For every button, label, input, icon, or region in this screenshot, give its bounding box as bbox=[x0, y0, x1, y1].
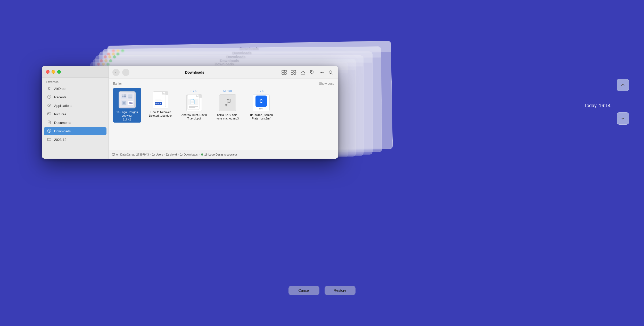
file-item-mp3[interactable]: 517 KB nokia-3210-sms-tone- bbox=[213, 88, 242, 122]
file-size-label-above-3mf: 517 KB bbox=[257, 90, 266, 92]
main-content: ‹ › Downloads bbox=[109, 66, 338, 159]
svg-text:📄: 📄 bbox=[190, 99, 195, 104]
sidebar-item-pictures[interactable]: Pictures bbox=[44, 110, 106, 118]
minimize-button[interactable] bbox=[52, 70, 55, 74]
section-header: Earlier Show Less bbox=[113, 82, 334, 85]
sidebar-item-downloads[interactable]: Downloads bbox=[44, 127, 106, 135]
folder-icon-small bbox=[180, 153, 183, 156]
sidebar-item-label-documents: Documents bbox=[54, 121, 71, 125]
breadcrumb-item-david[interactable]: david bbox=[166, 153, 177, 156]
svg-text:DOCX: DOCX bbox=[155, 102, 162, 105]
share-button[interactable] bbox=[299, 69, 307, 76]
breadcrumb-sep-3: › bbox=[178, 153, 179, 156]
sidebar-item-applications[interactable]: Applications bbox=[44, 102, 106, 110]
file-item-docx[interactable]: DOCX How to Recover Deleted,...les.docx bbox=[146, 88, 175, 119]
svg-point-17 bbox=[320, 72, 321, 73]
time-nav-up-button[interactable] bbox=[617, 79, 629, 91]
tag-button[interactable] bbox=[308, 69, 316, 76]
svg-rect-28 bbox=[122, 96, 124, 98]
sidebar-item-label-recents: Recents bbox=[54, 95, 67, 99]
file-name-3mf: TicTacToe_Bambu Plate_lock.3mf bbox=[249, 113, 274, 121]
svg-point-4 bbox=[48, 113, 49, 114]
svg-rect-12 bbox=[291, 70, 293, 72]
file-icon-small bbox=[201, 153, 203, 156]
search-button[interactable] bbox=[327, 69, 335, 76]
maximize-button[interactable] bbox=[57, 70, 61, 74]
folder-icon bbox=[47, 137, 52, 142]
svg-rect-10 bbox=[282, 73, 284, 74]
cancel-button[interactable]: Cancel bbox=[288, 286, 319, 295]
svg-point-2 bbox=[49, 105, 50, 106]
breadcrumb-item-downloads[interactable]: Downloads bbox=[180, 153, 197, 156]
toolbar: ‹ › Downloads bbox=[109, 66, 338, 79]
svg-point-33 bbox=[123, 102, 125, 104]
file-icon-3mf: C 3MF bbox=[252, 93, 270, 112]
file-icon-docx: DOCX bbox=[151, 91, 170, 109]
restore-button[interactable]: Restore bbox=[325, 286, 356, 295]
breadcrumb-sep-4: › bbox=[199, 153, 200, 156]
file-item-pdf[interactable]: 517 KB 📄 bbox=[180, 88, 208, 122]
view-options-button[interactable] bbox=[290, 69, 298, 76]
sidebar-item-2023-12[interactable]: 2023-12 bbox=[44, 136, 106, 144]
breadcrumb-item-root[interactable]: A - Data@snap-27397943 bbox=[112, 153, 149, 156]
svg-rect-26 bbox=[122, 95, 124, 96]
file-name-cdr: 16-Logo Designs copy.cdr bbox=[114, 110, 140, 118]
show-less-button[interactable]: Show Less bbox=[319, 82, 334, 85]
breadcrumb-label-david: david bbox=[170, 153, 177, 156]
folder-icon-small bbox=[166, 153, 169, 156]
file-size-label-above-pdf: 517 KB bbox=[190, 90, 199, 92]
computer-icon bbox=[112, 153, 115, 156]
files-grid: CDR 16-Logo Designs copy.cdr 517 KB bbox=[113, 88, 334, 123]
file-icon-mp3 bbox=[218, 93, 237, 112]
time-label: Today, 16:14 bbox=[584, 103, 610, 108]
toolbar-title: Downloads bbox=[111, 70, 278, 74]
svg-rect-15 bbox=[294, 73, 296, 74]
svg-rect-29 bbox=[124, 96, 126, 98]
file-size-label-above-mp3: 517 KB bbox=[224, 90, 232, 92]
sidebar-item-documents[interactable]: Documents bbox=[44, 119, 106, 127]
file-name-pdf: Andrew Hunt, David T...en.li.pdf bbox=[181, 113, 207, 121]
svg-rect-50 bbox=[112, 153, 115, 155]
sidebar-item-recents[interactable]: Recents bbox=[44, 93, 106, 101]
window-titlebar bbox=[42, 66, 109, 78]
breadcrumb-sep-2: › bbox=[164, 153, 165, 156]
breadcrumb-label-users: Users bbox=[156, 153, 163, 156]
more-options-button[interactable] bbox=[318, 69, 325, 76]
svg-rect-8 bbox=[282, 70, 284, 72]
sidebar-item-label-airdrop: AirDrop bbox=[54, 87, 65, 91]
view-grid-button[interactable] bbox=[280, 69, 288, 76]
applications-icon bbox=[47, 103, 52, 108]
breadcrumb-item-file[interactable]: 16-Logo Designs copy.cdr bbox=[201, 153, 237, 156]
3mf-icon-label: 3MF bbox=[259, 107, 263, 110]
breadcrumb-label-root: A - Data@snap-27397943 bbox=[116, 153, 149, 156]
file-item-cdr[interactable]: CDR 16-Logo Designs copy.cdr 517 KB bbox=[113, 88, 141, 123]
svg-rect-31 bbox=[128, 97, 132, 98]
svg-rect-14 bbox=[291, 73, 293, 74]
folder-icon-small bbox=[152, 153, 155, 156]
bottom-buttons: Cancel Restore bbox=[288, 286, 356, 295]
file-icon-cdr: CDR bbox=[118, 91, 136, 109]
downloads-icon bbox=[47, 129, 52, 134]
breadcrumb-item-users[interactable]: Users bbox=[152, 153, 163, 156]
sidebar: Favorites AirDrop Recents bbox=[42, 66, 109, 159]
svg-rect-13 bbox=[294, 70, 296, 72]
svg-rect-9 bbox=[284, 70, 286, 72]
toolbar-actions bbox=[280, 69, 335, 76]
file-size-cdr: 517 KB bbox=[123, 118, 131, 121]
pictures-icon bbox=[47, 112, 52, 117]
documents-icon bbox=[47, 120, 52, 125]
breadcrumb-bar: A - Data@snap-27397943 › Users › david › bbox=[109, 150, 338, 159]
file-item-3mf[interactable]: 517 KB C 3MF TicTacToe_Bambu Plate_lock.… bbox=[247, 88, 275, 122]
breadcrumb-label-file: 16-Logo Designs copy.cdr bbox=[204, 153, 237, 156]
sidebar-item-airdrop[interactable]: AirDrop bbox=[44, 85, 106, 93]
time-machine-nav bbox=[617, 79, 629, 91]
sidebar-item-label-applications: Applications bbox=[54, 104, 72, 108]
close-button[interactable] bbox=[46, 70, 49, 74]
file-area[interactable]: Earlier Show Less bbox=[109, 79, 338, 150]
svg-rect-27 bbox=[124, 95, 126, 96]
sidebar-item-label-pictures: Pictures bbox=[54, 112, 66, 116]
svg-point-20 bbox=[329, 71, 332, 73]
file-icon-pdf: 📄 bbox=[185, 93, 203, 112]
sidebar-item-label-2023-12: 2023-12 bbox=[54, 138, 67, 142]
time-nav-down-button[interactable] bbox=[617, 112, 629, 125]
